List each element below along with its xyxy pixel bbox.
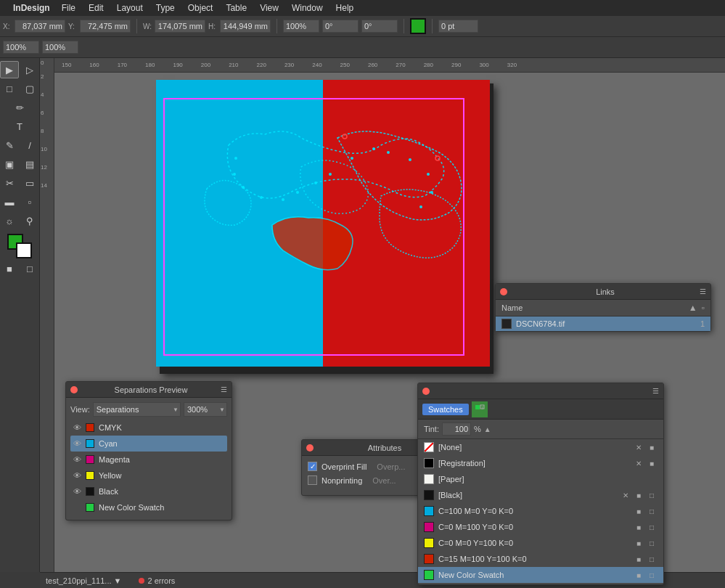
menu-window[interactable]: Window bbox=[286, 1, 329, 15]
free-transform-tool[interactable]: ▭ bbox=[20, 174, 39, 192]
status-page[interactable]: test_210ppi_111... ▼ bbox=[46, 576, 121, 585]
tab-swatches[interactable]: Swatches bbox=[422, 404, 469, 415]
pct2-input[interactable] bbox=[3, 41, 39, 54]
swatch-registration[interactable]: [Registration] ✕ ■ bbox=[418, 455, 663, 471]
direct-select-tool[interactable]: ▷ bbox=[20, 61, 39, 78]
tint-up-arrow[interactable]: ▲ bbox=[484, 425, 491, 433]
sep-menu-btn[interactable]: ☰ bbox=[221, 385, 227, 393]
links-row-1[interactable]: DSCN6784.tif 1 bbox=[496, 317, 710, 331]
menu-table[interactable]: Table bbox=[220, 1, 253, 15]
w-input[interactable] bbox=[155, 20, 205, 33]
swatch-new-color-cmyk-icon[interactable]: ■ bbox=[633, 569, 644, 581]
sep-pct-select[interactable]: 300% 200% 100% bbox=[184, 402, 227, 417]
angle2-input[interactable] bbox=[361, 20, 398, 33]
swatch-dark-blue[interactable]: C=100 M=90 Y=10 K=0 ■ □ bbox=[418, 583, 663, 584]
selection-tool[interactable]: ▶ bbox=[0, 61, 19, 78]
swatch-paper[interactable]: [Paper] bbox=[418, 471, 663, 487]
tint-input[interactable] bbox=[442, 422, 471, 436]
swatch-black-del-icon[interactable]: ✕ bbox=[620, 489, 631, 501]
eye-icon-cyan[interactable]: 👁 bbox=[73, 439, 81, 448]
fill-stroke-selector[interactable] bbox=[7, 234, 32, 258]
swatch-cyan-add-icon[interactable]: □ bbox=[646, 505, 658, 517]
sep-view-select[interactable]: Separations Ink Limit bbox=[93, 402, 181, 417]
swatch-new-color[interactable]: New Color Swatch ■ □ bbox=[418, 567, 663, 583]
status-errors[interactable]: 2 errors bbox=[139, 576, 175, 585]
angle1-input[interactable] bbox=[322, 20, 359, 33]
y-input[interactable] bbox=[80, 20, 131, 33]
sep-view-select-wrapper[interactable]: Separations Ink Limit ▼ bbox=[93, 402, 181, 417]
menu-type[interactable]: Type bbox=[150, 1, 181, 15]
sep-item-cmyk[interactable]: 👁 CMYK bbox=[70, 420, 227, 436]
swatch-magenta-add-icon[interactable]: □ bbox=[646, 521, 658, 533]
eye-icon-black[interactable]: 👁 bbox=[73, 487, 81, 496]
overprint-fill-checkbox[interactable]: ✓ bbox=[308, 462, 317, 471]
swatch-new-color-add-icon[interactable]: □ bbox=[646, 569, 658, 581]
sep-item-black[interactable]: 👁 Black bbox=[70, 483, 227, 499]
swatch-magenta-cmyk-icon[interactable]: ■ bbox=[633, 521, 644, 533]
eye-icon-magenta[interactable]: 👁 bbox=[73, 455, 81, 464]
scissors-tool[interactable]: ✂ bbox=[0, 174, 19, 192]
type-tool[interactable]: T bbox=[10, 118, 29, 135]
swatch-red-add-icon[interactable]: □ bbox=[646, 553, 658, 565]
swatch-none[interactable]: [None] ✕ ■ bbox=[418, 439, 663, 455]
links-sort-asc-btn[interactable]: ▲ bbox=[689, 303, 697, 313]
swatch-yellow[interactable]: C=0 M=0 Y=100 K=0 ■ □ bbox=[418, 535, 663, 551]
eye-icon-yellow[interactable]: 👁 bbox=[73, 471, 81, 480]
frame-tool[interactable]: ▤ bbox=[20, 155, 39, 173]
line-tool[interactable]: / bbox=[20, 136, 39, 154]
links-close-btn[interactable] bbox=[500, 288, 507, 295]
pan-tool[interactable]: ☼ bbox=[0, 212, 19, 229]
menu-edit[interactable]: Edit bbox=[83, 1, 110, 15]
swatch-red[interactable]: C=15 M=100 Y=100 K=0 ■ □ bbox=[418, 551, 663, 567]
links-add-btn[interactable]: ▫ bbox=[702, 303, 705, 313]
swatch-none-add-icon[interactable]: ■ bbox=[646, 441, 658, 453]
swatch-cyan[interactable]: C=100 M=0 Y=0 K=0 ■ □ bbox=[418, 503, 663, 519]
stroke-input[interactable] bbox=[438, 20, 478, 33]
color-picker-tool[interactable]: ▫ bbox=[20, 193, 39, 211]
gradient-tool[interactable]: ▬ bbox=[0, 193, 19, 211]
swatch-red-cmyk-icon[interactable]: ■ bbox=[633, 553, 644, 565]
normal-view[interactable]: ■ bbox=[0, 260, 19, 277]
swatch-magenta[interactable]: C=0 M=100 Y=0 K=0 ■ □ bbox=[418, 519, 663, 535]
pct1-input[interactable] bbox=[283, 20, 319, 33]
pen-tool[interactable]: ✏ bbox=[10, 99, 29, 116]
swatch-yellow-cmyk-icon[interactable]: ■ bbox=[633, 537, 644, 549]
pct3-input[interactable] bbox=[42, 41, 78, 54]
swatch-cyan-cmyk-icon[interactable]: ■ bbox=[633, 505, 644, 517]
x-input[interactable] bbox=[15, 20, 65, 33]
fill-color-tool[interactable] bbox=[410, 18, 426, 34]
sep-close-btn[interactable] bbox=[70, 386, 78, 393]
nonprinting-checkbox[interactable] bbox=[308, 475, 317, 485]
zoom-tool[interactable]: ⚲ bbox=[20, 212, 39, 229]
pencil-tool[interactable]: ✎ bbox=[0, 136, 19, 154]
h-input[interactable] bbox=[220, 20, 271, 33]
links-menu-btn[interactable]: ☰ bbox=[700, 287, 706, 295]
swatch-black[interactable]: [Black] ✕ ■ □ bbox=[418, 487, 663, 503]
menu-view[interactable]: View bbox=[254, 1, 284, 15]
attr-close-btn[interactable] bbox=[306, 444, 314, 452]
sep-item-magenta[interactable]: 👁 Magenta bbox=[70, 452, 227, 467]
sep-item-new-color[interactable]: 👁 New Color Swatch bbox=[70, 499, 227, 515]
sep-pct-wrapper[interactable]: 300% 200% 100% ▼ bbox=[184, 402, 227, 417]
swatch-reg-add-icon[interactable]: ■ bbox=[646, 457, 658, 469]
menu-object[interactable]: Object bbox=[182, 1, 219, 15]
swatch-none-del-icon[interactable]: ✕ bbox=[633, 441, 644, 453]
sep-item-cyan[interactable]: 👁 Cyan bbox=[70, 436, 227, 452]
menu-file[interactable]: File bbox=[56, 1, 81, 15]
swatch-yellow-add-icon[interactable]: □ bbox=[646, 537, 658, 549]
swatches-close-btn[interactable] bbox=[422, 388, 430, 395]
swatch-reg-del-icon[interactable]: ✕ bbox=[633, 457, 644, 469]
eye-icon-cmyk[interactable]: 👁 bbox=[73, 423, 81, 432]
rect-tool[interactable]: ▣ bbox=[0, 155, 19, 173]
stroke-box[interactable] bbox=[16, 242, 32, 258]
gap-tool[interactable]: □ bbox=[0, 80, 19, 97]
swatch-black-add-icon[interactable]: □ bbox=[646, 489, 658, 501]
swatches-menu-btn[interactable]: ☰ bbox=[652, 387, 659, 395]
menu-help[interactable]: Help bbox=[330, 1, 360, 15]
transform-tool[interactable]: ▢ bbox=[20, 80, 39, 97]
sep-item-yellow[interactable]: 👁 Yellow bbox=[70, 467, 227, 483]
tab-color-wheel-icon[interactable]: T bbox=[472, 401, 488, 417]
menu-layout[interactable]: Layout bbox=[111, 1, 149, 15]
swatch-black-cmyk-icon[interactable]: ■ bbox=[633, 489, 644, 501]
preview-view[interactable]: □ bbox=[20, 260, 39, 277]
